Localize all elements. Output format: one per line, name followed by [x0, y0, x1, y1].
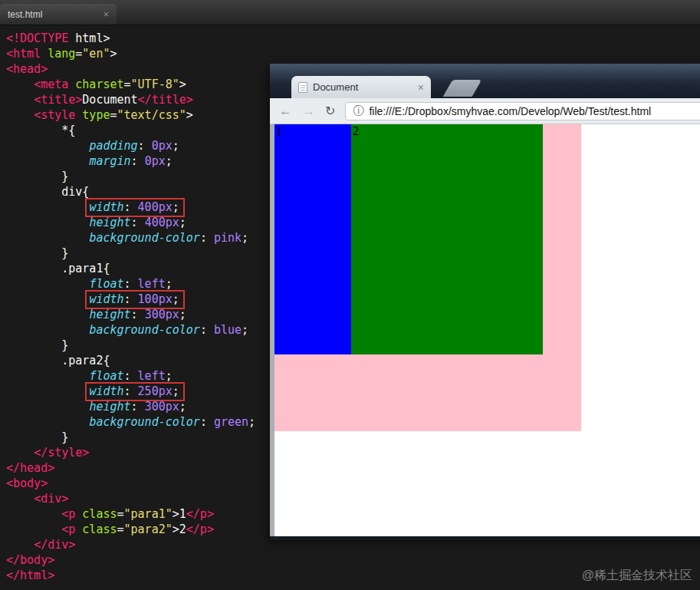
browser-window: Document × ← → ↻ ⓘ file:///E:/Dropbox/sm…: [270, 64, 700, 540]
code-line: <html lang="en">: [6, 46, 700, 61]
screenshot-root: test.html × <!DOCTYPE html><html lang="e…: [0, 0, 700, 590]
browser-tab-title: Document: [313, 81, 358, 93]
browser-tab-close-icon[interactable]: ×: [418, 81, 424, 94]
page-favicon-icon: [298, 82, 307, 93]
address-bar[interactable]: ⓘ file:///E:/Dropbox/smyhvae.com/Develop…: [345, 102, 700, 120]
editor-tab-bar: test.html ×: [0, 0, 700, 25]
url-text: file:///E:/Dropbox/smyhvae.com/Develop/W…: [369, 105, 651, 117]
browser-titlebar[interactable]: Document ×: [270, 64, 700, 98]
code-line: </body>: [6, 552, 700, 568]
info-icon[interactable]: ⓘ: [353, 104, 363, 118]
browser-toolbar: ← → ↻ ⓘ file:///E:/Dropbox/smyhvae.com/D…: [270, 98, 700, 124]
rendered-para1: 1: [274, 124, 351, 354]
reload-icon[interactable]: ↻: [325, 105, 335, 117]
back-icon[interactable]: ←: [279, 104, 292, 117]
editor-tab-testhtml[interactable]: test.html ×: [0, 4, 117, 25]
browser-tab-document[interactable]: Document ×: [291, 76, 431, 98]
editor-tab-close-icon[interactable]: ×: [103, 8, 109, 20]
forward-icon[interactable]: →: [302, 104, 315, 117]
code-line: <!DOCTYPE html>: [6, 31, 700, 46]
rendered-div-container: 1 2: [274, 124, 581, 431]
editor-tab-title: test.html: [8, 9, 42, 20]
watermark: @稀土掘金技术社区: [582, 568, 692, 584]
rendered-para2: 2: [351, 124, 543, 354]
new-tab-button[interactable]: [443, 80, 482, 97]
browser-viewport: 1 2: [270, 124, 700, 536]
